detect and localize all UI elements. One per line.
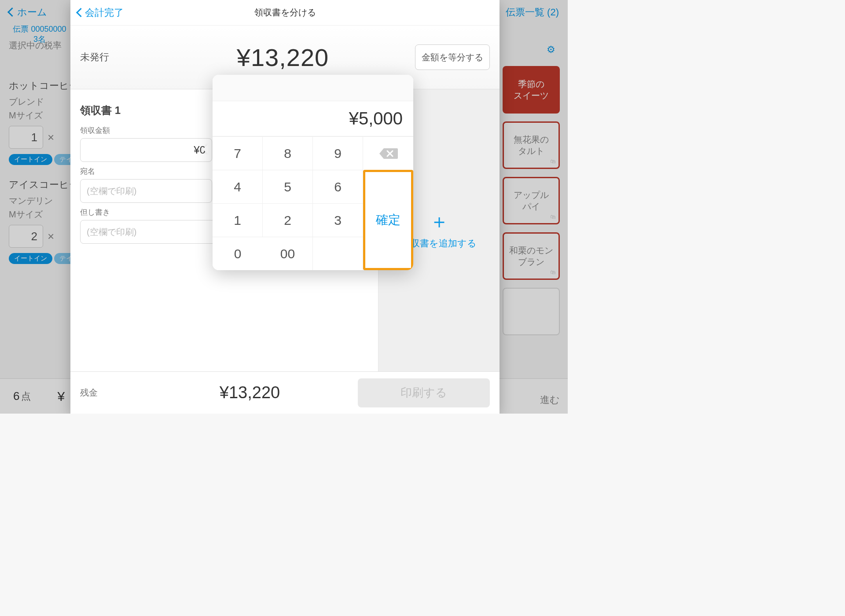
recipient-name-input[interactable]: (空欄で印刷) (80, 179, 212, 203)
plus-icon: ＋ (430, 212, 449, 231)
note-placeholder: (空欄で印刷) (87, 226, 136, 238)
chevron-left-icon (77, 7, 85, 18)
receipt-amount-input[interactable]: ¥0 (80, 138, 212, 162)
numeric-keypad: ¥5,000 7 8 9 4 5 6 確定 1 2 3 0 00 (213, 75, 413, 270)
modal-title: 領収書を分ける (254, 7, 316, 18)
keypad-7[interactable]: 7 (213, 136, 263, 170)
print-button[interactable]: 印刷する (358, 378, 490, 407)
keypad-8[interactable]: 8 (263, 136, 313, 170)
keypad-backspace[interactable] (363, 136, 413, 170)
keypad-5[interactable]: 5 (263, 170, 313, 203)
unissued-label: 未発行 (80, 51, 151, 64)
keypad-header (213, 75, 413, 101)
remaining-label: 残金 (80, 387, 142, 399)
equal-split-button[interactable]: 金額を等分する (415, 44, 490, 70)
keypad-display: ¥5,000 (213, 101, 413, 136)
keypad-confirm[interactable]: 確定 (363, 170, 413, 270)
keypad-blank[interactable] (313, 237, 363, 270)
back-label: 会計完了 (85, 6, 124, 19)
keypad-4[interactable]: 4 (213, 170, 263, 203)
popover-pointer (202, 144, 209, 154)
backspace-icon (378, 147, 398, 160)
keypad-1[interactable]: 1 (213, 203, 263, 237)
keypad-3[interactable]: 3 (313, 203, 363, 237)
keypad-00[interactable]: 00 (263, 237, 313, 270)
keypad-9[interactable]: 9 (313, 136, 363, 170)
remaining-value: ¥13,220 (142, 383, 358, 402)
keypad-6[interactable]: 6 (313, 170, 363, 203)
keypad-0[interactable]: 0 (213, 237, 263, 270)
keypad-2[interactable]: 2 (263, 203, 313, 237)
back-button[interactable]: 会計完了 (77, 6, 124, 19)
unissued-total: ¥13,220 (151, 43, 415, 72)
